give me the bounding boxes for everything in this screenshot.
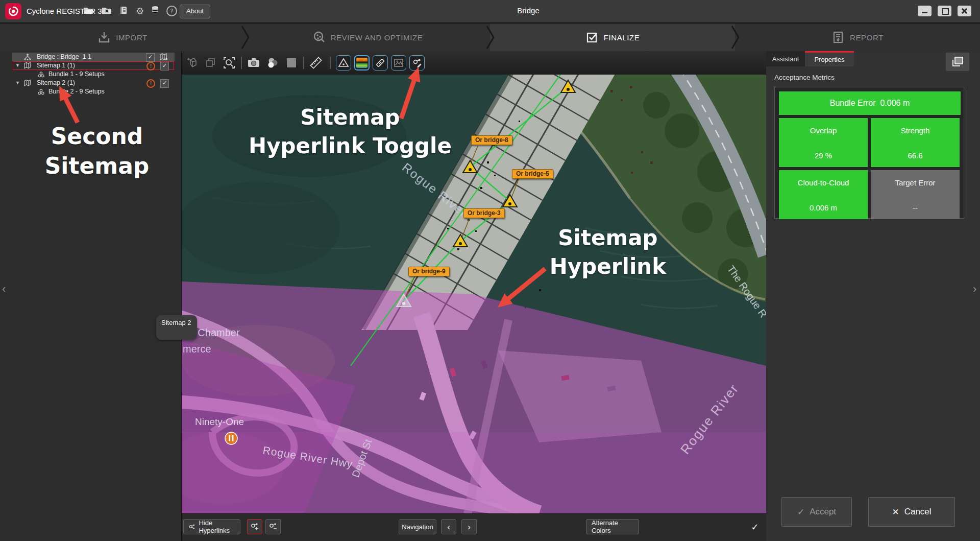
metric-value: 0.006 m <box>880 99 910 107</box>
title-bar: Cyclone REGISTER 360 ⚙ ? About Bridge <box>0 0 980 23</box>
minimize-button[interactable] <box>918 6 932 16</box>
map-toolbar <box>182 51 766 75</box>
cyclone-logo-icon <box>5 3 21 19</box>
project-check-icon[interactable]: ✓ <box>146 53 155 62</box>
metric-label: Strength <box>873 126 958 135</box>
overlap-views-icon[interactable] <box>203 55 218 70</box>
hyperlink-icon <box>189 523 195 531</box>
toolbar-divider <box>330 57 331 69</box>
sitemap-check-icon[interactable]: ✓ <box>160 62 169 70</box>
toggle-sitemap-hyperlinks-icon[interactable] <box>409 55 425 70</box>
step-review-optimize[interactable]: REVIEW AND OPTIMIZE <box>245 23 490 51</box>
toggle-links-icon[interactable] <box>373 55 388 70</box>
check-icon: ✓ <box>797 507 804 517</box>
step-finalize[interactable]: FINALIZE <box>490 23 735 51</box>
toggle-heatmap-icon[interactable] <box>354 55 370 70</box>
restaurant-poi-icon <box>225 432 237 444</box>
alternate-colors-label: Alternate Colors <box>592 519 633 534</box>
sitemap-check-icon[interactable]: ✓ <box>160 79 169 88</box>
bundle-icon <box>37 88 45 96</box>
ribbon-divider <box>486 26 495 49</box>
tab-properties[interactable]: Properties <box>805 51 854 66</box>
reports-journal-icon[interactable] <box>119 6 130 17</box>
tree-row-bundle-2[interactable]: Bundle 2 - 9 Setups <box>0 87 181 96</box>
help-icon[interactable]: ? <box>166 6 177 16</box>
import-icon <box>97 31 111 44</box>
tree-row-sitemap-2[interactable]: ▼ Sitemap 2 (1) ! ✓ <box>0 79 181 87</box>
second-sitemap-annotation: Second Sitemap <box>15 122 179 181</box>
add-sitemap-icon[interactable] <box>160 53 168 61</box>
ribbon-divider <box>731 26 740 49</box>
chevron-right-icon: › <box>468 523 471 531</box>
chevron-left-icon: ‹ <box>447 523 450 531</box>
step-label: REPORT <box>850 33 884 42</box>
tab-assistant[interactable]: Assistant <box>766 51 805 66</box>
project-tree-panel: Bridge : Bridge_1 1 ✓ ▼ Sitemap 1 (1) ! … <box>0 51 182 541</box>
warning-icon: ! <box>146 79 155 88</box>
add-hyperlink-button[interactable] <box>247 519 262 534</box>
step-import[interactable]: IMPORT <box>0 23 245 51</box>
navigation-button[interactable]: Navigation <box>399 519 436 534</box>
close-icon: ✕ <box>892 507 899 517</box>
strength-tile: Strength 66.6 <box>871 118 960 167</box>
tree-row-bundle-1[interactable]: Bundle 1 - 9 Setups <box>0 70 181 79</box>
close-button[interactable] <box>958 6 971 16</box>
confirm-check-button[interactable]: ✓ <box>747 519 763 534</box>
storage-database-icon[interactable] <box>151 6 162 17</box>
collapse-right-panel-icon[interactable]: › <box>973 284 976 295</box>
view-3d-icon[interactable] <box>185 55 200 70</box>
zoom-region-icon[interactable] <box>222 55 237 70</box>
hyperlink-tag[interactable]: Or bridge-5 <box>512 169 553 179</box>
accept-button[interactable]: ✓ Accept <box>781 497 852 527</box>
fill-square-icon[interactable] <box>284 55 299 70</box>
maximize-button[interactable] <box>938 6 951 16</box>
finalize-icon <box>585 31 599 44</box>
step-label: IMPORT <box>116 33 148 42</box>
remove-hyperlink-button[interactable] <box>265 519 281 534</box>
step-label: REVIEW AND OPTIMIZE <box>331 33 423 42</box>
tree-row-label: Bridge : Bridge_1 1 <box>37 53 91 61</box>
workflow-ribbon: IMPORT REVIEW AND OPTIMIZE FINALIZE REPO… <box>0 23 980 52</box>
toggle-images-icon[interactable] <box>391 55 406 70</box>
tooltip-text: Sitemap 2 <box>161 319 191 326</box>
next-button[interactable]: › <box>461 519 477 534</box>
project-title: Bridge <box>475 6 582 15</box>
settings-gear-icon[interactable]: ⚙ <box>134 6 145 17</box>
collapse-caret-icon[interactable]: ▼ <box>15 79 20 87</box>
hyperlink-tag[interactable]: Or bridge-8 <box>471 135 512 145</box>
tree-row-label: Bundle 2 - 9 Setups <box>48 87 105 96</box>
blend-colors-icon[interactable] <box>265 55 280 70</box>
snapshot-camera-icon[interactable] <box>246 55 261 70</box>
target-error-tile: Target Error -- <box>871 170 960 219</box>
metric-value: -- <box>873 203 958 212</box>
step-report[interactable]: REPORT <box>735 23 980 51</box>
metric-value: 29 % <box>781 151 866 160</box>
sitemap-view[interactable]: Rogue River The Rogue R er Chamber merce… <box>182 75 766 513</box>
toolbar-divider <box>303 57 304 69</box>
tree-row-sitemap-1[interactable]: ▼ Sitemap 1 (1) ! ✓ <box>0 61 181 70</box>
hide-hyperlinks-button[interactable]: Hide Hyperlinks <box>183 519 240 534</box>
collapse-left-panel-icon[interactable]: ‹ <box>2 284 6 295</box>
measure-ruler-icon[interactable] <box>308 55 324 70</box>
collapse-caret-icon[interactable]: ▼ <box>15 61 20 70</box>
toggle-targets-icon[interactable] <box>336 55 351 70</box>
tree-row-project[interactable]: Bridge : Bridge_1 1 ✓ <box>0 53 181 61</box>
map-canvas: Rogue River The Rogue R er Chamber merce… <box>182 51 766 541</box>
about-button[interactable]: About <box>180 5 210 18</box>
app-title: Cyclone REGISTER 360 <box>27 7 110 15</box>
hyperlink-tag[interactable]: Or bridge-9 <box>408 267 450 276</box>
metric-label: Cloud-to-Cloud <box>781 178 866 187</box>
alternate-colors-button[interactable]: Alternate Colors <box>586 519 639 534</box>
hyperlink-tag[interactable]: Or bridge-3 <box>463 208 505 218</box>
previous-button[interactable]: ‹ <box>441 519 456 534</box>
properties-panel: Assistant Properties Acceptance Metrics … <box>766 51 980 541</box>
acceptance-metrics-title: Acceptance Metrics <box>774 74 835 81</box>
warning-icon: ! <box>146 62 155 70</box>
panel-layout-button[interactable] <box>946 53 969 71</box>
panels-icon <box>951 56 964 68</box>
cancel-button[interactable]: ✕ Cancel <box>868 497 955 527</box>
metric-value: 66.6 <box>873 151 958 160</box>
close-project-icon[interactable] <box>102 6 113 17</box>
step-label: FINALIZE <box>604 33 640 42</box>
open-project-icon[interactable] <box>83 6 94 17</box>
